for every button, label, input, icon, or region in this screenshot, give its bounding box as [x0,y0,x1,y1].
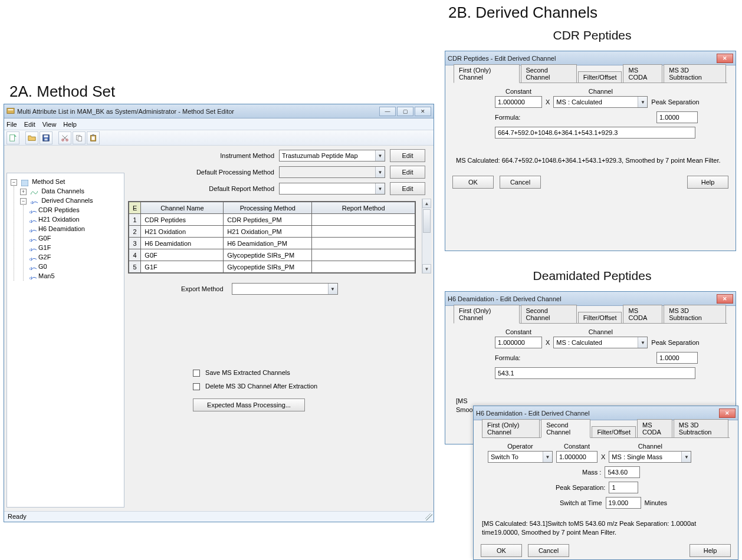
processing-edit-button[interactable]: Edit [390,166,425,179]
tree-derived-item[interactable]: dCDR Peptides [29,205,120,215]
cancel-button[interactable]: Cancel [528,544,569,557]
report-edit-button[interactable]: Edit [390,182,425,195]
table-row[interactable]: 3H6 DeamidationH6 Deamidation_PM [129,238,415,249]
processing-method-combo[interactable]: ▼ [279,166,385,178]
close-button[interactable]: ✕ [717,54,733,63]
cell-processing-method[interactable]: Glycopeptide SIRs_PM [224,261,312,273]
cell-channel-name[interactable]: H21 Oxidation [141,226,224,238]
toolbar-open-button[interactable] [25,131,38,144]
tree-derived-item[interactable]: dH21 Oxidation [29,215,120,224]
toolbar-new-button[interactable] [6,131,19,144]
cell-report-method[interactable] [312,238,415,249]
tree-derived-item[interactable]: dG2F [29,252,120,262]
formula-input[interactable] [495,367,695,379]
cell-channel-name[interactable]: CDR Peptides [141,214,224,226]
cell-channel-name[interactable]: G0F [141,249,224,261]
minimize-button[interactable]: — [379,107,396,116]
tab-filter-offset[interactable]: Filter/Offset [578,312,622,323]
operator-combo[interactable]: Switch To▼ [488,451,553,463]
close-button[interactable]: ✕ [415,107,431,116]
ok-button[interactable]: OK [452,176,494,189]
menu-help[interactable]: Help [63,121,77,128]
scroll-thumb[interactable] [423,209,431,233]
table-row[interactable]: 2H21 OxidationH21 Oxidation_PM [129,226,415,238]
tree-derived-label[interactable]: Derived Channels [41,197,93,204]
tree-derived-item[interactable]: dG0 [29,262,120,271]
tab-second-channel[interactable]: Second Channel [521,305,577,323]
menu-edit[interactable]: Edit [24,121,35,128]
constant-input[interactable] [556,451,597,463]
peak-separation-input[interactable] [656,111,698,123]
table-header-icon[interactable]: E [129,202,141,214]
table-scrollbar[interactable]: ▲ ▼ [422,199,431,274]
titlebar[interactable]: CDR Peptides - Edit Derived Channel ✕ [445,51,736,65]
cell-report-method[interactable] [312,261,415,273]
resize-grip-icon[interactable] [425,513,432,521]
tree-root-label[interactable]: Method Set [32,178,65,185]
tab-first-channel[interactable]: First (Only) Channel [454,64,520,83]
instrument-edit-button[interactable]: Edit [390,149,425,162]
tab-filter-offset[interactable]: Filter/Offset [578,71,622,83]
tree-data-channels-label[interactable]: Data Channels [41,187,84,195]
channel-combo[interactable]: MS : Single Mass▼ [609,451,691,463]
cell-channel-name[interactable]: H6 Deamidation [141,238,224,249]
table-header-channel[interactable]: Channel Name [141,202,224,214]
toolbar-copy-button[interactable] [73,131,86,144]
tab-ms-coda[interactable]: MS CODA [637,419,672,437]
close-button[interactable]: ✕ [717,294,733,304]
constant-input[interactable] [495,337,542,348]
toolbar-cut-button[interactable] [58,131,71,144]
report-method-combo[interactable]: ▼ [279,183,385,195]
table-header-processing[interactable]: Processing Method [224,202,312,214]
titlebar[interactable]: H6 Deamidation - Edit Derived Channel ✕ [474,406,738,420]
help-button[interactable]: Help [690,544,731,557]
table-row[interactable]: 4G0FGlycopeptide SIRs_PM [129,249,415,261]
toolbar-paste-button[interactable] [87,131,100,144]
cell-processing-method[interactable]: CDR Peptides_PM [224,214,312,226]
peak-separation-input[interactable] [656,352,698,364]
help-button[interactable]: Help [687,176,728,189]
tab-ms-3d-subtraction[interactable]: MS 3D Subtraction [664,305,726,323]
switch-at-time-input[interactable] [606,497,641,509]
close-button[interactable]: ✕ [719,409,736,418]
instrument-method-combo[interactable]: Trastuzumab Peptide Map▼ [279,150,385,162]
expected-mass-processing-button[interactable]: Expected Mass Processing... [193,398,305,411]
channel-combo[interactable]: MS : Calculated▼ [553,337,648,348]
tree-toggle-derived[interactable]: − [20,198,27,205]
tab-ms-coda[interactable]: MS CODA [623,64,662,83]
cell-processing-method[interactable]: H21 Oxidation_PM [224,226,312,238]
ok-button[interactable]: OK [481,544,522,557]
maximize-button[interactable]: ▢ [397,107,413,116]
tab-ms-3d-subtraction[interactable]: MS 3D Subtraction [674,419,728,437]
formula-input[interactable] [495,127,695,139]
cell-report-method[interactable] [312,226,415,238]
export-method-combo[interactable]: ▼ [232,283,338,295]
constant-input[interactable] [495,96,542,108]
save-ms-extracted-checkbox[interactable] [193,370,200,377]
table-row[interactable]: 5G1FGlycopeptide SIRs_PM [129,261,415,273]
tree-toggle-data-channels[interactable]: + [20,189,27,195]
cell-channel-name[interactable]: G1F [141,261,224,273]
table-header-report[interactable]: Report Method [312,202,415,214]
cell-report-method[interactable] [312,249,415,261]
tab-ms-3d-subtraction[interactable]: MS 3D Subtraction [664,64,726,83]
tree-derived-item[interactable]: dG1F [29,243,120,252]
peak-separation-input[interactable] [609,482,638,493]
tree-derived-item[interactable]: dH6 Deamidation [29,224,120,233]
menu-view[interactable]: View [42,121,57,128]
tab-second-channel[interactable]: Second Channel [521,64,577,83]
tree-toggle-root[interactable]: − [11,179,17,186]
cell-report-method[interactable] [312,214,415,226]
menu-file[interactable]: File [6,121,17,128]
titlebar[interactable]: Multi Attribute List in MAM_BK as System… [4,104,434,118]
cancel-button[interactable]: Cancel [500,176,541,189]
tab-first-channel[interactable]: First (Only) Channel [482,419,540,437]
channel-combo[interactable]: MS : Calculated▼ [553,96,648,108]
cell-processing-method[interactable]: Glycopeptide SIRs_PM [224,249,312,261]
delete-ms-3d-checkbox[interactable] [193,383,200,390]
tree-derived-item[interactable]: dMan5 [29,271,120,281]
tab-second-channel[interactable]: Second Channel [541,419,590,438]
scroll-up-icon[interactable]: ▲ [422,199,431,208]
tree-derived-item[interactable]: dG0F [29,233,120,243]
titlebar[interactable]: H6 Deamidation - Edit Derived Channel ✕ [445,292,736,306]
